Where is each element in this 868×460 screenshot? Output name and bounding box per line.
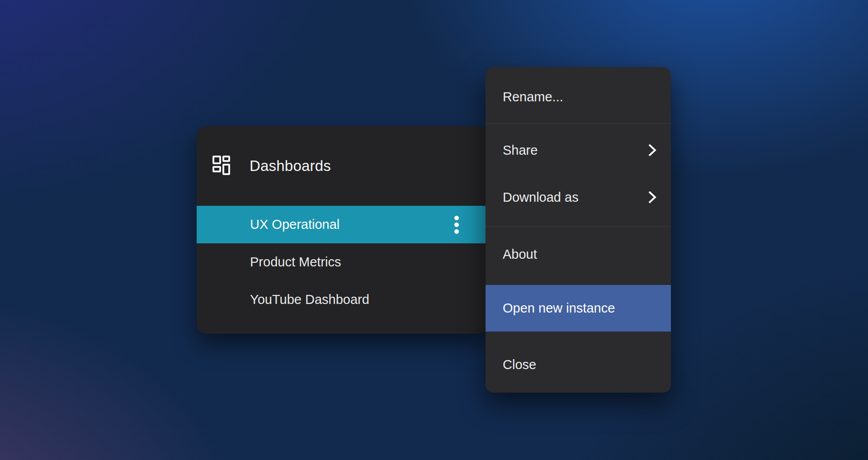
dashboard-item-ux-operational[interactable]: UX Operational bbox=[197, 206, 488, 243]
dashboard-grid-icon bbox=[212, 156, 231, 176]
context-menu: Rename... Share Download as About bbox=[486, 67, 671, 393]
panel-header: Dashboards bbox=[197, 126, 488, 206]
dashboard-item-label: UX Operational bbox=[250, 217, 340, 232]
menu-divider bbox=[486, 226, 671, 227]
menu-item-label: Share bbox=[503, 143, 538, 158]
dashboards-panel: Dashboards UX Operational Product Metric… bbox=[197, 126, 488, 334]
menu-item-label: Download as bbox=[503, 190, 579, 205]
menu-item-label: Close bbox=[503, 357, 536, 372]
dashboard-item-label: YouTube Dashboard bbox=[250, 292, 369, 307]
panel-title: Dashboards bbox=[250, 157, 331, 175]
menu-item-label: Open new instance bbox=[503, 301, 615, 316]
kebab-vertical-icon[interactable] bbox=[452, 206, 461, 243]
dashboard-item-product-metrics[interactable]: Product Metrics bbox=[197, 243, 488, 281]
menu-item-label: About bbox=[503, 247, 537, 262]
menu-item-open-new-instance[interactable]: Open new instance bbox=[486, 285, 671, 332]
dashboard-item-label: Product Metrics bbox=[250, 255, 341, 270]
menu-item-share[interactable]: Share bbox=[486, 127, 671, 174]
menu-item-download-as[interactable]: Download as bbox=[486, 174, 671, 221]
menu-divider bbox=[486, 123, 671, 124]
menu-item-close[interactable]: Close bbox=[486, 341, 671, 388]
desktop-background: Dashboards UX Operational Product Metric… bbox=[0, 0, 868, 460]
chevron-right-icon bbox=[647, 190, 657, 205]
dashboard-item-youtube-dashboard[interactable]: YouTube Dashboard bbox=[197, 281, 488, 318]
dashboard-list: UX Operational Product Metrics YouTube D… bbox=[197, 206, 488, 318]
menu-item-rename[interactable]: Rename... bbox=[486, 73, 671, 120]
menu-item-about[interactable]: About bbox=[486, 231, 671, 278]
menu-item-label: Rename... bbox=[503, 90, 563, 104]
chevron-right-icon bbox=[647, 142, 657, 158]
